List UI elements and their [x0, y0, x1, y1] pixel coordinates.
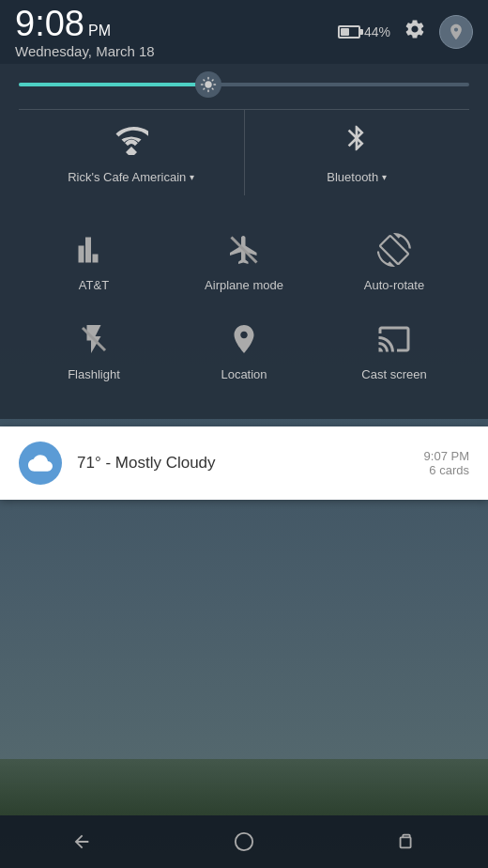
brightness-filled: [19, 83, 208, 86]
brightness-slider[interactable]: [19, 83, 469, 86]
location-icon: [223, 318, 265, 360]
wifi-bluetooth-row: Rick's Cafe Americain ▾ Bluetooth ▾: [19, 109, 469, 195]
grid-item-location[interactable]: Location: [169, 303, 319, 393]
back-button[interactable]: [61, 821, 102, 862]
settings-icon[interactable]: [404, 18, 426, 46]
bluetooth-dropdown-arrow: ▾: [382, 172, 387, 182]
quick-grid: AT&T Airplane mode Auto-rotate: [19, 214, 469, 393]
notification-cards: 6 cards: [429, 463, 469, 477]
status-right: 44%: [338, 15, 473, 49]
grid-item-autorotate[interactable]: Auto-rotate: [319, 214, 469, 303]
wifi-dropdown-arrow: ▾: [190, 172, 194, 182]
battery-percent: 44%: [364, 24, 390, 39]
brightness-thumb[interactable]: [195, 71, 221, 98]
notification-card[interactable]: 71° - Mostly Cloudy 9:07 PM 6 cards: [0, 426, 488, 500]
status-date: Wednesday, March 18: [15, 43, 155, 59]
bottom-background: [0, 759, 488, 815]
svg-point-2: [236, 833, 252, 850]
recents-button[interactable]: [386, 821, 427, 862]
rotate-icon: [374, 229, 415, 271]
clock-ampm: PM: [88, 23, 111, 39]
wifi-toggle[interactable]: Rick's Cafe Americain ▾: [19, 109, 244, 195]
brightness-row: [19, 83, 469, 86]
status-time: 9:08 PM: [15, 6, 155, 41]
status-bar: 9:08 PM Wednesday, March 18 44%: [0, 0, 488, 64]
grid-item-att[interactable]: AT&T: [19, 214, 169, 303]
battery-fill: [341, 28, 349, 36]
autorotate-label: Auto-rotate: [364, 278, 424, 292]
location-label: Location: [221, 367, 267, 381]
quick-settings-panel: Rick's Cafe Americain ▾ Bluetooth ▾: [0, 64, 488, 419]
grid-item-flashlight[interactable]: Flashlight: [19, 303, 169, 393]
att-label: AT&T: [79, 278, 109, 292]
castscreen-label: Cast screen: [361, 367, 426, 381]
status-left: 9:08 PM Wednesday, March 18: [15, 6, 155, 59]
wifi-icon: [114, 121, 148, 163]
bluetooth-toggle[interactable]: Bluetooth ▾: [245, 109, 470, 195]
bluetooth-label: Bluetooth ▾: [327, 170, 387, 184]
grid-item-airplane[interactable]: Airplane mode: [169, 214, 319, 303]
home-button[interactable]: [223, 821, 265, 862]
notification-left: 71° - Mostly Cloudy: [19, 442, 216, 485]
avatar[interactable]: [439, 15, 473, 49]
nav-bar: [0, 815, 488, 868]
airplane-icon: [223, 229, 265, 271]
weather-icon: [19, 442, 62, 485]
bluetooth-icon: [342, 121, 372, 163]
notification-title: 71° - Mostly Cloudy: [77, 454, 216, 473]
grid-item-castscreen[interactable]: Cast screen: [319, 303, 469, 393]
battery-indicator: 44%: [338, 24, 390, 39]
notification-time: 9:07 PM: [424, 449, 469, 463]
cast-icon: [374, 318, 415, 360]
wifi-label: Rick's Cafe Americain ▾: [68, 170, 194, 184]
notification-right: 9:07 PM 6 cards: [424, 449, 469, 477]
notification-text: 71° - Mostly Cloudy: [77, 454, 216, 473]
svg-rect-3: [401, 837, 411, 847]
battery-icon: [338, 25, 360, 39]
airplane-label: Airplane mode: [205, 278, 283, 292]
clock-time: 9:08: [15, 6, 84, 41]
signal-icon: [73, 229, 114, 271]
flashlight-label: Flashlight: [68, 367, 120, 381]
flashlight-icon: [73, 318, 114, 360]
